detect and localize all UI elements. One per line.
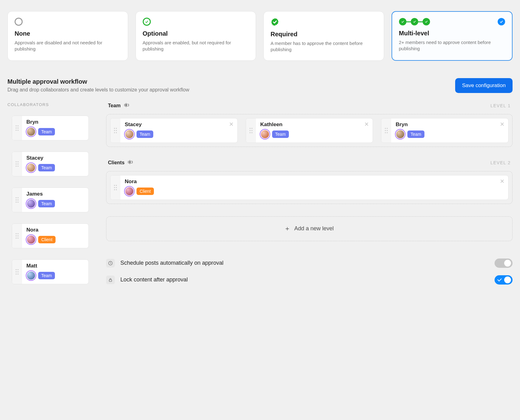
level-dropzone[interactable]: Stacey Team ✕ Kathleen Team ✕ Bryn T <box>106 114 513 147</box>
option-optional[interactable]: Optional Approvals are enabled, but not … <box>136 11 256 61</box>
lock-toggle[interactable] <box>495 275 513 285</box>
role-tag: Team <box>38 272 55 279</box>
level-name[interactable]: Clients <box>108 159 133 166</box>
svg-point-53 <box>116 185 117 186</box>
rename-level-icon[interactable] <box>128 159 133 166</box>
svg-point-23 <box>18 237 19 238</box>
collaborator-card[interactable]: Matt Team <box>12 259 89 284</box>
drag-handle-icon[interactable] <box>110 118 120 143</box>
svg-point-45 <box>387 128 388 129</box>
option-desc: Approvals are disabled and not needed fo… <box>15 40 121 52</box>
svg-point-3 <box>18 127 19 128</box>
option-title: None <box>15 30 121 37</box>
avatar <box>26 235 36 244</box>
drag-handle-icon[interactable] <box>12 188 22 212</box>
add-level-button[interactable]: Add a new level <box>106 216 513 241</box>
drag-handle-icon[interactable] <box>12 260 22 284</box>
optional-check-icon <box>143 18 151 26</box>
remove-collaborator-icon[interactable]: ✕ <box>500 122 504 127</box>
drag-handle-icon[interactable] <box>12 152 22 176</box>
option-none[interactable]: None Approvals are disabled and not need… <box>7 11 128 61</box>
collaborator-card[interactable]: Nora Client <box>12 223 89 248</box>
svg-point-22 <box>16 237 17 238</box>
collaborator-name: Kathleen <box>260 122 369 128</box>
svg-point-4 <box>16 130 17 130</box>
drag-handle-icon[interactable] <box>246 118 256 143</box>
required-seal-icon <box>271 18 279 26</box>
svg-point-8 <box>16 163 17 164</box>
svg-point-12 <box>16 197 17 198</box>
workflow-header: Multiple approval workflow Drag and drop… <box>7 78 513 93</box>
workflow-title: Multiple approval workflow <box>7 78 189 85</box>
collaborator-card[interactable]: Nora Client ✕ <box>110 175 509 200</box>
collaborators-heading: COLLABORATORS <box>7 102 89 107</box>
svg-point-38 <box>249 128 250 129</box>
clock-icon <box>106 259 115 267</box>
svg-point-37 <box>116 132 117 133</box>
add-level-label: Add a new level <box>294 225 334 232</box>
option-multi-level[interactable]: Multi-level 2+ members need to approve c… <box>392 11 513 61</box>
collaborator-name: James <box>26 191 84 197</box>
level-dropzone[interactable]: Nora Client ✕ <box>106 171 513 204</box>
collaborator-name: Stacey <box>26 155 84 161</box>
drag-handle-icon[interactable] <box>110 175 120 200</box>
svg-rect-30 <box>124 104 126 106</box>
collaborator-card[interactable]: Stacey Team <box>12 152 89 176</box>
svg-point-27 <box>18 271 19 272</box>
collaborator-name: Matt <box>26 263 84 269</box>
svg-point-44 <box>385 128 386 129</box>
none-icon <box>15 18 23 26</box>
svg-point-42 <box>249 132 250 133</box>
approval-mode-options: None Approvals are disabled and not need… <box>7 11 513 61</box>
svg-point-41 <box>251 130 252 131</box>
save-configuration-button[interactable]: Save configuration <box>455 78 513 93</box>
svg-point-52 <box>114 185 115 186</box>
role-tag: Team <box>38 128 55 135</box>
drag-handle-icon[interactable] <box>12 116 22 140</box>
svg-point-39 <box>251 128 252 129</box>
selected-badge-icon <box>498 18 505 25</box>
svg-point-13 <box>18 197 19 198</box>
svg-point-25 <box>18 269 19 270</box>
level-number-label: LEVEL 1 <box>491 103 511 108</box>
remove-collaborator-icon[interactable]: ✕ <box>364 122 369 127</box>
remove-collaborator-icon[interactable]: ✕ <box>500 179 504 184</box>
svg-point-46 <box>385 130 386 131</box>
collaborator-card[interactable]: Bryn Team <box>12 116 89 140</box>
collaborator-card[interactable]: Stacey Team ✕ <box>110 118 238 143</box>
workflow-grid: COLLABORATORS Bryn Team Stacey Team <box>7 102 513 285</box>
collaborator-card[interactable]: Kathleen Team ✕ <box>246 118 373 143</box>
svg-point-49 <box>387 132 388 133</box>
remove-collaborator-icon[interactable]: ✕ <box>229 122 234 127</box>
setting-schedule: Schedule posts automatically on approval <box>106 259 513 268</box>
option-required[interactable]: Required A member has to approve the con… <box>263 11 384 61</box>
drag-handle-icon[interactable] <box>12 224 22 248</box>
svg-point-15 <box>18 199 19 200</box>
role-tag: Client <box>137 188 154 195</box>
svg-point-5 <box>18 130 19 130</box>
collaborator-name: Bryn <box>26 119 84 125</box>
avatar <box>125 187 134 196</box>
setting-label: Lock content after approval <box>120 276 188 283</box>
collaborator-card[interactable]: James Team <box>12 188 89 212</box>
role-tag: Team <box>137 130 153 138</box>
rename-level-icon[interactable] <box>124 102 129 109</box>
svg-point-16 <box>16 201 17 202</box>
svg-point-33 <box>116 128 117 129</box>
avatar <box>26 271 36 280</box>
schedule-toggle[interactable] <box>495 259 513 268</box>
avatar <box>125 130 134 139</box>
level-name[interactable]: Team <box>108 102 129 109</box>
setting-label: Schedule posts automatically on approval <box>120 260 223 266</box>
collaborator-card[interactable]: Bryn Team ✕ <box>381 118 509 143</box>
svg-point-24 <box>16 269 17 270</box>
svg-point-10 <box>16 166 17 166</box>
option-title: Optional <box>143 30 249 37</box>
multi-level-icon <box>399 18 505 25</box>
role-tag: Team <box>272 130 289 138</box>
drag-handle-icon[interactable] <box>381 118 391 143</box>
avatar <box>396 130 405 139</box>
role-tag: Team <box>407 130 424 138</box>
svg-point-11 <box>18 166 19 166</box>
svg-point-7 <box>18 161 19 162</box>
